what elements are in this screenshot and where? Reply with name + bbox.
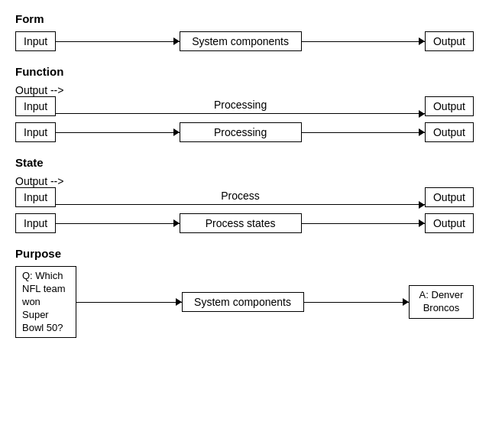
purpose-middle-box: System components — [182, 292, 304, 312]
function-input-box-1: Input — [15, 96, 56, 116]
form-title: Form — [15, 12, 474, 25]
state-output-box-2: Output — [425, 213, 474, 233]
function-output-box-2: Output — [425, 122, 474, 142]
purpose-diagram-1: Q: Which NFL team won Super Bowl 50? Sys… — [15, 266, 474, 338]
state-title: State — [15, 156, 474, 169]
function-diagram-2: Input Processing Output — [15, 122, 474, 142]
state-diagram-2: Input Process states Output — [15, 213, 474, 233]
purpose-input-box: Q: Which NFL team won Super Bowl 50? — [15, 266, 76, 338]
state-diagram-1: Input Process Output — [15, 187, 474, 207]
function-diagram-1: Input Processing Output — [15, 96, 474, 116]
state-middle-box-2: Process states — [180, 213, 302, 233]
state-input-box-2: Input — [15, 213, 56, 233]
state-input-box-1: Input — [15, 187, 56, 207]
function-middle-box-2: Processing — [180, 122, 302, 142]
state-output-box-1: Output — [425, 187, 474, 207]
purpose-title: Purpose — [15, 247, 474, 260]
state-section: State Output --> Input Process Output In… — [15, 156, 474, 233]
purpose-section: Purpose Q: Which NFL team won Super Bowl… — [15, 247, 474, 338]
form-output-box: Output — [425, 31, 474, 51]
form-arrow-2 — [302, 41, 425, 42]
form-input-box: Input — [15, 31, 56, 51]
function-title: Function — [15, 65, 474, 78]
form-middle-box: System components — [180, 31, 302, 51]
function-input-box-2: Input — [15, 122, 56, 142]
purpose-output-box: A: Denver Broncos — [409, 285, 474, 319]
form-section: Form Input System components Output — [15, 12, 474, 51]
form-diagram-1: Input System components Output — [15, 31, 474, 51]
function-section: Function Output --> Input Processing Out… — [15, 65, 474, 142]
state-label-1: Process — [221, 190, 260, 202]
form-arrow-1 — [56, 41, 179, 42]
function-output-box-1: Output — [425, 96, 474, 116]
function-label-1: Processing — [214, 99, 267, 111]
